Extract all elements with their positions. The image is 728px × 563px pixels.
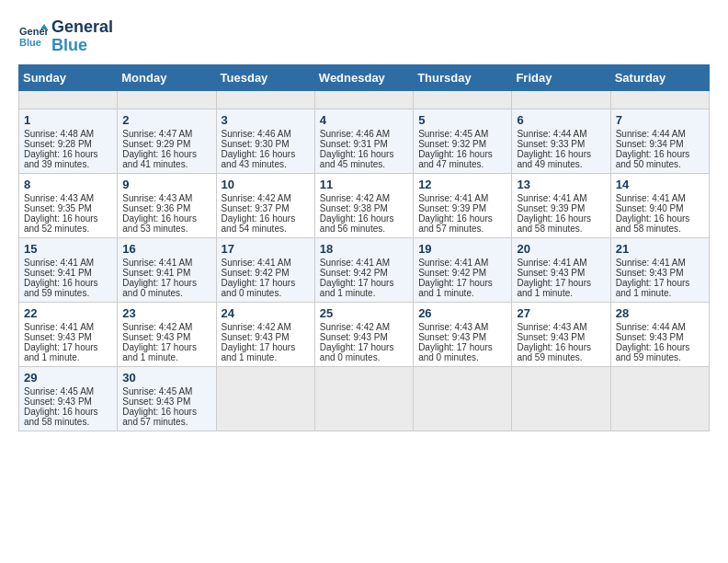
daylight-text: Daylight: 17 hours and 1 minute. bbox=[24, 342, 112, 362]
calendar-cell bbox=[610, 366, 709, 431]
calendar-cell: 14Sunrise: 4:41 AMSunset: 9:40 PMDayligh… bbox=[610, 173, 709, 237]
sunset-text: Sunset: 9:43 PM bbox=[616, 268, 704, 278]
day-number: 18 bbox=[320, 242, 408, 256]
weekday-header: Tuesday bbox=[216, 64, 314, 90]
calendar-cell bbox=[314, 90, 413, 109]
sunset-text: Sunset: 9:43 PM bbox=[24, 396, 112, 407]
day-number: 6 bbox=[517, 113, 605, 127]
sunrise-text: Sunrise: 4:41 AM bbox=[418, 258, 506, 268]
sunset-text: Sunset: 9:43 PM bbox=[222, 332, 310, 342]
daylight-text: Daylight: 17 hours and 0 minutes. bbox=[122, 278, 210, 298]
day-number: 22 bbox=[24, 306, 112, 320]
weekday-header: Saturday bbox=[610, 64, 709, 90]
sunrise-text: Sunrise: 4:43 AM bbox=[517, 322, 605, 332]
daylight-text: Daylight: 16 hours and 52 minutes. bbox=[24, 213, 112, 234]
sunrise-text: Sunrise: 4:41 AM bbox=[222, 258, 310, 268]
calendar-cell bbox=[512, 90, 610, 109]
day-number: 26 bbox=[418, 306, 506, 320]
sunset-text: Sunset: 9:42 PM bbox=[222, 268, 310, 278]
daylight-text: Daylight: 17 hours and 1 minute. bbox=[616, 278, 704, 298]
calendar-cell: 18Sunrise: 4:41 AMSunset: 9:42 PMDayligh… bbox=[314, 237, 413, 302]
sunrise-text: Sunrise: 4:42 AM bbox=[222, 193, 310, 203]
daylight-text: Daylight: 16 hours and 58 minutes. bbox=[616, 213, 704, 234]
calendar-cell: 7Sunrise: 4:44 AMSunset: 9:34 PMDaylight… bbox=[610, 109, 709, 173]
calendar-cell bbox=[216, 90, 314, 109]
day-number: 1 bbox=[24, 113, 112, 127]
calendar-cell: 17Sunrise: 4:41 AMSunset: 9:42 PMDayligh… bbox=[216, 237, 314, 302]
day-number: 19 bbox=[418, 242, 506, 256]
calendar-cell bbox=[414, 90, 512, 109]
weekday-header: Friday bbox=[512, 64, 610, 90]
sunset-text: Sunset: 9:29 PM bbox=[122, 139, 210, 149]
sunset-text: Sunset: 9:42 PM bbox=[418, 268, 506, 278]
day-number: 2 bbox=[122, 113, 210, 127]
sunrise-text: Sunrise: 4:41 AM bbox=[616, 258, 704, 268]
calendar-table: SundayMondayTuesdayWednesdayThursdayFrid… bbox=[18, 64, 710, 431]
calendar-cell: 22Sunrise: 4:41 AMSunset: 9:43 PMDayligh… bbox=[19, 302, 118, 366]
daylight-text: Daylight: 17 hours and 0 minutes. bbox=[320, 342, 408, 362]
daylight-text: Daylight: 16 hours and 53 minutes. bbox=[122, 213, 210, 234]
sunset-text: Sunset: 9:40 PM bbox=[616, 203, 704, 213]
calendar-cell: 15Sunrise: 4:41 AMSunset: 9:41 PMDayligh… bbox=[19, 237, 118, 302]
daylight-text: Daylight: 16 hours and 39 minutes. bbox=[24, 149, 112, 169]
sunset-text: Sunset: 9:43 PM bbox=[320, 332, 408, 342]
sunrise-text: Sunrise: 4:43 AM bbox=[122, 193, 210, 203]
day-number: 30 bbox=[122, 371, 210, 385]
calendar-cell: 20Sunrise: 4:41 AMSunset: 9:43 PMDayligh… bbox=[512, 237, 610, 302]
day-number: 15 bbox=[24, 242, 112, 256]
sunrise-text: Sunrise: 4:41 AM bbox=[24, 258, 112, 268]
sunrise-text: Sunrise: 4:41 AM bbox=[616, 193, 704, 203]
sunset-text: Sunset: 9:43 PM bbox=[616, 332, 704, 342]
weekday-header: Thursday bbox=[414, 64, 512, 90]
sunrise-text: Sunrise: 4:45 AM bbox=[418, 129, 506, 139]
day-number: 10 bbox=[222, 178, 310, 191]
sunset-text: Sunset: 9:39 PM bbox=[517, 203, 605, 213]
sunrise-text: Sunrise: 4:45 AM bbox=[122, 386, 210, 396]
sunset-text: Sunset: 9:30 PM bbox=[222, 139, 310, 149]
calendar-cell bbox=[19, 90, 118, 109]
day-number: 16 bbox=[122, 242, 210, 256]
day-number: 27 bbox=[517, 306, 605, 320]
daylight-text: Daylight: 16 hours and 57 minutes. bbox=[122, 407, 210, 427]
logo: General Blue General Blue bbox=[18, 18, 113, 55]
day-number: 28 bbox=[616, 306, 704, 320]
sunrise-text: Sunrise: 4:46 AM bbox=[222, 129, 310, 139]
sunset-text: Sunset: 9:41 PM bbox=[24, 268, 112, 278]
sunset-text: Sunset: 9:36 PM bbox=[122, 203, 210, 213]
day-number: 17 bbox=[222, 242, 310, 256]
daylight-text: Daylight: 16 hours and 54 minutes. bbox=[222, 213, 310, 234]
daylight-text: Daylight: 16 hours and 47 minutes. bbox=[418, 149, 506, 169]
sunset-text: Sunset: 9:43 PM bbox=[517, 268, 605, 278]
day-number: 9 bbox=[122, 178, 210, 191]
daylight-text: Daylight: 17 hours and 1 minute. bbox=[517, 278, 605, 298]
calendar-cell: 29Sunrise: 4:45 AMSunset: 9:43 PMDayligh… bbox=[19, 366, 118, 431]
sunset-text: Sunset: 9:43 PM bbox=[517, 332, 605, 342]
calendar-cell: 11Sunrise: 4:42 AMSunset: 9:38 PMDayligh… bbox=[314, 173, 413, 237]
daylight-text: Daylight: 16 hours and 59 minutes. bbox=[616, 342, 704, 362]
sunrise-text: Sunrise: 4:42 AM bbox=[122, 322, 210, 332]
sunset-text: Sunset: 9:38 PM bbox=[320, 203, 408, 213]
day-number: 21 bbox=[616, 242, 704, 256]
daylight-text: Daylight: 16 hours and 41 minutes. bbox=[122, 149, 210, 169]
sunrise-text: Sunrise: 4:47 AM bbox=[122, 129, 210, 139]
sunset-text: Sunset: 9:41 PM bbox=[122, 268, 210, 278]
daylight-text: Daylight: 17 hours and 1 minute. bbox=[320, 278, 408, 298]
day-number: 8 bbox=[24, 178, 112, 191]
daylight-text: Daylight: 16 hours and 57 minutes. bbox=[418, 213, 506, 234]
sunrise-text: Sunrise: 4:44 AM bbox=[616, 129, 704, 139]
calendar-cell: 5Sunrise: 4:45 AMSunset: 9:32 PMDaylight… bbox=[414, 109, 512, 173]
day-number: 14 bbox=[616, 178, 704, 191]
sunrise-text: Sunrise: 4:42 AM bbox=[222, 322, 310, 332]
day-number: 20 bbox=[517, 242, 605, 256]
sunrise-text: Sunrise: 4:48 AM bbox=[24, 129, 112, 139]
sunset-text: Sunset: 9:32 PM bbox=[418, 139, 506, 149]
sunrise-text: Sunrise: 4:42 AM bbox=[320, 193, 408, 203]
svg-text:Blue: Blue bbox=[19, 37, 41, 48]
daylight-text: Daylight: 16 hours and 50 minutes. bbox=[616, 149, 704, 169]
calendar-cell: 21Sunrise: 4:41 AMSunset: 9:43 PMDayligh… bbox=[610, 237, 709, 302]
page-header: General Blue General Blue bbox=[18, 18, 710, 55]
sunrise-text: Sunrise: 4:41 AM bbox=[517, 258, 605, 268]
calendar-cell: 16Sunrise: 4:41 AMSunset: 9:41 PMDayligh… bbox=[118, 237, 216, 302]
daylight-text: Daylight: 16 hours and 59 minutes. bbox=[24, 278, 112, 298]
daylight-text: Daylight: 17 hours and 0 minutes. bbox=[418, 342, 506, 362]
